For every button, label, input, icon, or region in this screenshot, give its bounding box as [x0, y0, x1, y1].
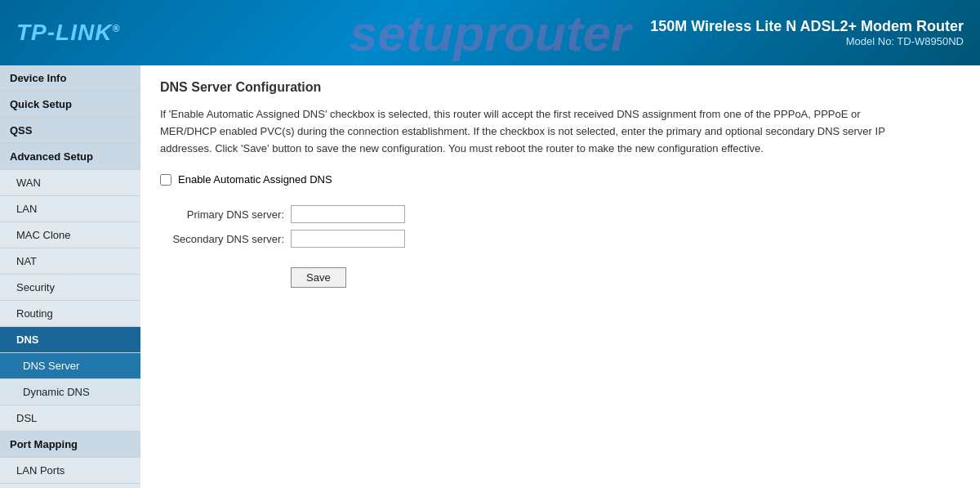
sidebar-item-lan-ports[interactable]: LAN Ports [0, 458, 140, 484]
sidebar-item-routing[interactable]: Routing [0, 301, 140, 327]
auto-dns-checkbox[interactable] [160, 174, 172, 186]
watermark: setuprouter [350, 4, 630, 62]
primary-dns-label: Primary DNS server: [160, 208, 291, 221]
auto-dns-row: Enable Automatic Assigned DNS [160, 173, 960, 186]
sidebar-item-lan[interactable]: LAN [0, 196, 140, 222]
header-model: 150M Wireless Lite N ADSL2+ Modem Router… [650, 18, 964, 47]
sidebar-item-port-mapping[interactable]: Port Mapping [0, 432, 140, 458]
secondary-dns-input[interactable] [291, 230, 405, 248]
model-number: Model No: TD-W8950ND [650, 35, 964, 47]
sidebar-item-nat[interactable]: NAT [0, 248, 140, 275]
primary-dns-row: Primary DNS server: [160, 205, 960, 223]
sidebar-item-dsl[interactable]: DSL [0, 405, 140, 432]
sidebar-item-device-info[interactable]: Device Info [0, 65, 140, 92]
sidebar-item-dns-server[interactable]: DNS Server [0, 353, 140, 379]
sidebar-item-wan[interactable]: WAN [0, 170, 140, 196]
header: TP-LINK® setuprouter 150M Wireless Lite … [0, 0, 980, 65]
page-description: If 'Enable Automatic Assigned DNS' check… [160, 106, 911, 157]
content-area: DNS Server Configuration If 'Enable Auto… [140, 65, 980, 488]
primary-dns-input[interactable] [291, 205, 405, 223]
logo-registered: ® [112, 23, 120, 34]
save-button[interactable]: Save [291, 267, 346, 288]
sidebar-item-security[interactable]: Security [0, 275, 140, 301]
sidebar-item-dynamic-dns[interactable]: Dynamic DNS [0, 379, 140, 405]
sidebar-item-qss[interactable]: QSS [0, 118, 140, 144]
sidebar-item-quick-setup[interactable]: Quick Setup [0, 92, 140, 118]
dns-form: Primary DNS server: Secondary DNS server… [160, 205, 960, 248]
auto-dns-label[interactable]: Enable Automatic Assigned DNS [178, 173, 332, 186]
secondary-dns-label: Secondary DNS server: [160, 233, 291, 245]
logo: TP-LINK® [16, 20, 120, 46]
secondary-dns-row: Secondary DNS server: [160, 230, 960, 248]
product-name: 150M Wireless Lite N ADSL2+ Modem Router [650, 18, 964, 35]
sidebar-item-dns[interactable]: DNS [0, 327, 140, 353]
logo-text: TP-LINK [16, 20, 112, 45]
sidebar: Device Info Quick Setup QSS Advanced Set… [0, 65, 140, 488]
sidebar-item-advanced-setup[interactable]: Advanced Setup [0, 144, 140, 170]
page-title: DNS Server Configuration [160, 80, 960, 95]
sidebar-item-mac-clone[interactable]: MAC Clone [0, 222, 140, 248]
sidebar-item-ipsec[interactable]: IPSec [0, 484, 140, 488]
save-row: Save [160, 267, 960, 288]
main-layout: Device Info Quick Setup QSS Advanced Set… [0, 65, 980, 488]
